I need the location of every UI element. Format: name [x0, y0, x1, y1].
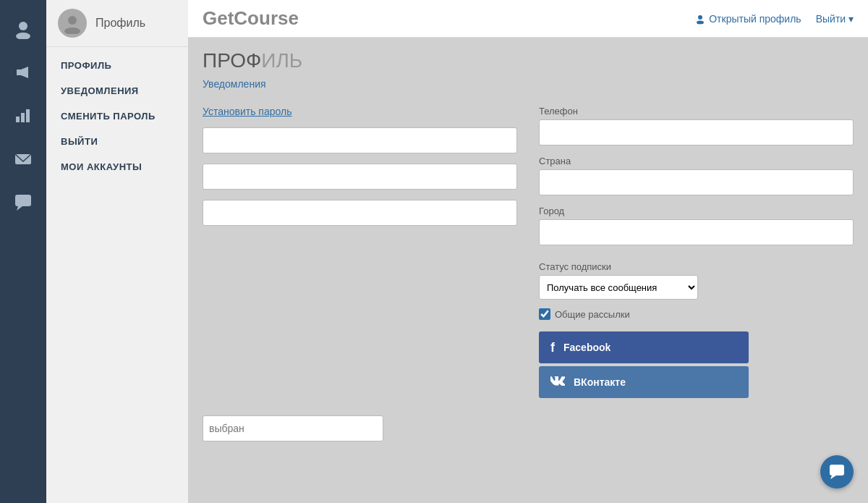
svg-point-12: [697, 20, 704, 24]
sidebar-chart-icon[interactable]: [0, 94, 46, 138]
svg-point-0: [19, 22, 27, 30]
phone-input[interactable]: [539, 119, 854, 145]
profile-menu: ПРОФИЛЬ УВЕДОМЛЕНИЯ СМЕНИТЬ ПАРОЛЬ ВЫЙТИ…: [46, 47, 188, 185]
city-label: Город: [539, 206, 854, 216]
country-input[interactable]: [539, 169, 854, 195]
country-group: Страна: [539, 156, 854, 195]
svg-point-1: [16, 33, 30, 39]
logo: GetCourse: [203, 7, 299, 30]
facebook-icon: f: [550, 340, 555, 355]
svg-marker-2: [17, 67, 28, 78]
top-bar: GetCourse Открытый профиль Выйти ▾: [188, 0, 868, 38]
form-area: Установить пароль Телефон Страна: [188, 98, 868, 408]
sidebar-megaphone-icon[interactable]: [0, 51, 46, 94]
country-label: Страна: [539, 156, 854, 166]
user-small-icon: [694, 13, 706, 25]
chat-bubble-icon: [828, 463, 846, 481]
icon-sidebar: [0, 0, 46, 503]
phone-label: Телефон: [539, 106, 854, 117]
menu-logout[interactable]: ВЫЙТИ: [46, 129, 188, 154]
breadcrumb-notifications[interactable]: Уведомления: [203, 78, 266, 90]
svg-rect-4: [21, 113, 25, 122]
svg-rect-7: [15, 195, 31, 206]
profile-panel: Профиль ПРОФИЛЬ УВЕДОМЛЕНИЯ СМЕНИТЬ ПАРО…: [46, 0, 188, 503]
svg-rect-13: [830, 465, 844, 475]
city-input[interactable]: [539, 219, 854, 245]
svg-rect-3: [16, 117, 20, 122]
field-email-group: [203, 164, 517, 190]
phone-group: Телефон: [539, 106, 854, 145]
facebook-label: Facebook: [563, 342, 610, 353]
profile-title: Профиль: [95, 17, 145, 30]
vk-logo-icon: [550, 376, 565, 386]
svg-marker-14: [830, 475, 836, 479]
svg-point-9: [68, 16, 77, 25]
menu-profile[interactable]: ПРОФИЛЬ: [46, 53, 188, 78]
svg-marker-8: [17, 206, 22, 211]
sidebar-mail-icon[interactable]: [0, 138, 46, 181]
breadcrumb: Уведомления: [203, 78, 854, 90]
set-password-link[interactable]: Установить пароль: [203, 106, 517, 117]
subscription-label: Статус подписки: [539, 261, 854, 272]
bottom-select-input[interactable]: [203, 415, 383, 441]
avatar: [58, 9, 87, 38]
logout-text: Выйти ▾: [816, 13, 854, 25]
form-right: Телефон Страна Город Статус подписки Пол…: [539, 106, 854, 401]
menu-accounts[interactable]: МОИ АККАУНТЫ: [46, 154, 188, 179]
field-email-input[interactable]: [203, 164, 517, 190]
page-header: ПРОФИЛЬ Уведомления: [188, 38, 868, 90]
vkontakte-label: ВКонтакте: [574, 376, 626, 388]
menu-change-password[interactable]: СМЕНИТЬ ПАРОЛЬ: [46, 103, 188, 129]
facebook-button[interactable]: f Facebook: [539, 331, 749, 363]
field-name-input[interactable]: [203, 127, 517, 153]
chat-button[interactable]: [820, 455, 854, 489]
vkontakte-icon: [550, 375, 565, 390]
subscription-section: Статус подписки Получать все сообщения О…: [539, 261, 854, 300]
social-section: f Facebook ВКонтакте: [539, 331, 854, 401]
field-name-group: [203, 127, 517, 153]
subscription-select[interactable]: Получать все сообщения Отписаться: [539, 275, 698, 300]
field-extra-input[interactable]: [203, 200, 517, 226]
top-bar-right: Открытый профиль Выйти ▾: [694, 13, 854, 25]
bottom-section: [188, 408, 868, 441]
page-title: ПРОФИЛЬ: [203, 49, 854, 72]
checkbox-label: Общие рассылки: [555, 309, 630, 320]
vkontakte-button[interactable]: ВКонтакте: [539, 366, 749, 398]
city-group: Город: [539, 206, 854, 245]
menu-notifications[interactable]: УВЕДОМЛЕНИЯ: [46, 78, 188, 103]
logout-link[interactable]: Выйти ▾: [816, 13, 854, 25]
form-left: Установить пароль: [203, 106, 517, 401]
general-mailings-checkbox[interactable]: [539, 308, 550, 320]
field-extra-group: [203, 200, 517, 226]
profile-header: Профиль: [46, 0, 188, 47]
svg-point-10: [64, 28, 80, 34]
main-content: GetCourse Открытый профиль Выйти ▾ ПРОФИ…: [188, 0, 868, 503]
checkbox-row: Общие рассылки: [539, 308, 854, 320]
svg-point-11: [698, 15, 702, 20]
sidebar-user-icon[interactable]: [0, 7, 46, 51]
open-profile-link[interactable]: Открытый профиль: [694, 13, 801, 25]
sidebar-chat-icon[interactable]: [0, 181, 46, 224]
svg-rect-5: [26, 109, 30, 122]
open-profile-text: Открытый профиль: [709, 13, 801, 25]
